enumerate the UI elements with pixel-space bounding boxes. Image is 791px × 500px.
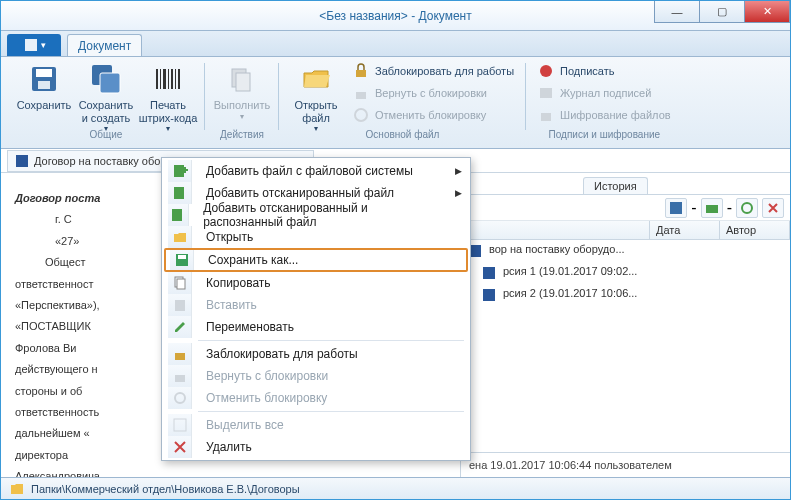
svg-rect-8 <box>163 69 166 89</box>
encrypt-icon <box>538 107 554 123</box>
right-pane: Версии ___ии История - - Дата Автор вор … <box>460 173 790 477</box>
svg-rect-34 <box>178 255 186 259</box>
cancel-lock-icon <box>353 107 369 123</box>
ocr-icon <box>170 207 186 223</box>
cm-rename[interactable]: Переименовать <box>164 316 468 338</box>
cm-open[interactable]: Открыть <box>164 226 468 248</box>
cm-delete[interactable]: Удалить <box>164 436 468 458</box>
open-file-button[interactable]: Открыть файл ▾ <box>285 59 347 133</box>
unlock-icon <box>353 85 369 101</box>
cm-cancel-lock: Отменить блокировку <box>164 387 468 409</box>
svg-point-17 <box>355 109 367 121</box>
save-and-create-button[interactable]: Сохранить и создать ▾ <box>75 59 137 133</box>
svg-rect-21 <box>16 155 28 167</box>
folder-open-icon <box>172 229 188 245</box>
ribbon-group-actions: Выполнить ▾ Действия <box>205 59 279 148</box>
pane-toolbar: - - <box>461 195 790 221</box>
cancel-icon <box>172 390 188 406</box>
status-path: Папки\Коммерческий отдел\Новикова Е.В.\Д… <box>31 483 300 495</box>
toolbar-delete-icon[interactable] <box>762 198 784 218</box>
svg-rect-7 <box>160 69 161 89</box>
svg-rect-32 <box>172 209 182 221</box>
svg-rect-2 <box>36 69 52 77</box>
chevron-right-icon: ▶ <box>455 188 462 198</box>
svg-point-18 <box>540 65 552 77</box>
svg-point-40 <box>175 393 185 403</box>
copy-icon <box>172 275 188 291</box>
svg-rect-39 <box>175 375 185 382</box>
refresh-icon <box>740 201 754 215</box>
svg-rect-16 <box>356 92 366 99</box>
chevron-right-icon: ▶ <box>455 166 462 176</box>
word-icon <box>481 265 497 281</box>
cm-lock[interactable]: Заблокировать для работы <box>164 343 468 365</box>
ribbon-group-mainfile: Открыть файл ▾ Заблокировать для работы … <box>279 59 526 148</box>
svg-rect-0 <box>25 39 37 51</box>
app-menu-button[interactable]: ▾ <box>7 34 61 56</box>
stamp-icon <box>538 63 554 79</box>
ribbon: Сохранить Сохранить и создать ▾ Печать ш… <box>1 57 790 149</box>
execute-button: Выполнить ▾ <box>211 59 273 121</box>
cm-add-file[interactable]: Добавить файл с файловой системы ▶ <box>164 160 468 182</box>
window-title: <Без названия> - Документ <box>319 9 471 23</box>
toolbar-save-icon[interactable] <box>665 198 687 218</box>
ribbon-tabs: ▾ Документ <box>1 31 790 57</box>
svg-rect-15 <box>356 70 366 77</box>
svg-rect-36 <box>177 279 185 289</box>
svg-rect-5 <box>100 73 120 93</box>
window-controls: — ▢ ✕ <box>655 1 790 23</box>
lock-button[interactable]: Заблокировать для работы <box>347 61 520 81</box>
svg-rect-31 <box>174 187 184 199</box>
svg-rect-9 <box>168 69 169 89</box>
minimize-button[interactable]: — <box>654 1 700 23</box>
svg-rect-3 <box>38 81 50 89</box>
versions-table: Дата Автор вор на поставку оборудо... рс… <box>461 221 790 452</box>
print-barcode-button[interactable]: Печать штрих-кода ▾ <box>137 59 199 133</box>
tab-document[interactable]: Документ <box>67 34 142 56</box>
cm-select-all: Выделить все <box>164 414 468 436</box>
close-button[interactable]: ✕ <box>744 1 790 23</box>
pane-tab-history[interactable]: История <box>583 177 648 194</box>
pencil-icon <box>172 319 188 335</box>
version-row[interactable]: вор на поставку оборудо... <box>461 240 790 262</box>
scan-icon <box>172 185 188 201</box>
barcode-icon <box>152 63 184 95</box>
x-icon <box>766 201 780 215</box>
cm-add-recognized[interactable]: Добавить отсканированный и распознанный … <box>164 204 468 226</box>
save-button[interactable]: Сохранить <box>13 59 75 112</box>
svg-rect-10 <box>171 69 173 89</box>
cm-return-lock: Вернуть с блокировки <box>164 365 468 387</box>
toolbar-refresh-icon[interactable] <box>736 198 758 218</box>
cancel-lock-button: Отменить блокировку <box>347 105 520 125</box>
unlock-button: Вернуть с блокировки <box>347 83 520 103</box>
delete-icon <box>172 439 188 455</box>
svg-rect-19 <box>540 88 552 98</box>
version-row[interactable]: рсия 2 (19.01.2017 10:06... <box>461 284 790 306</box>
return-icon <box>172 368 188 384</box>
lock-icon <box>353 63 369 79</box>
svg-rect-6 <box>156 69 158 89</box>
cm-copy[interactable]: Копировать <box>164 272 468 294</box>
svg-rect-22 <box>670 202 682 214</box>
execute-icon <box>226 63 258 95</box>
separator <box>198 340 464 341</box>
maximize-button[interactable]: ▢ <box>699 1 745 23</box>
folder-icon <box>9 481 25 497</box>
context-menu: Добавить файл с файловой системы ▶ Добав… <box>161 157 471 461</box>
save-small-icon <box>669 201 683 215</box>
ribbon-group-sign: Подписать Журнал подписей Шифрование фай… <box>526 59 683 148</box>
version-row[interactable]: рсия 1 (19.01.2017 09:02... <box>461 262 790 284</box>
open-small-icon <box>705 201 719 215</box>
svg-rect-30 <box>184 167 186 173</box>
cm-save-as[interactable]: Сохранить как... <box>164 248 468 272</box>
app-icon <box>23 37 39 53</box>
sign-button[interactable]: Подписать <box>532 61 677 81</box>
toolbar-open-icon[interactable] <box>701 198 723 218</box>
word-icon <box>14 153 30 169</box>
svg-rect-37 <box>175 300 185 311</box>
svg-point-24 <box>742 203 752 213</box>
svg-rect-14 <box>236 73 250 91</box>
svg-rect-26 <box>483 267 495 279</box>
select-all-icon <box>172 417 188 433</box>
ribbon-group-common: Сохранить Сохранить и создать ▾ Печать ш… <box>7 59 205 148</box>
